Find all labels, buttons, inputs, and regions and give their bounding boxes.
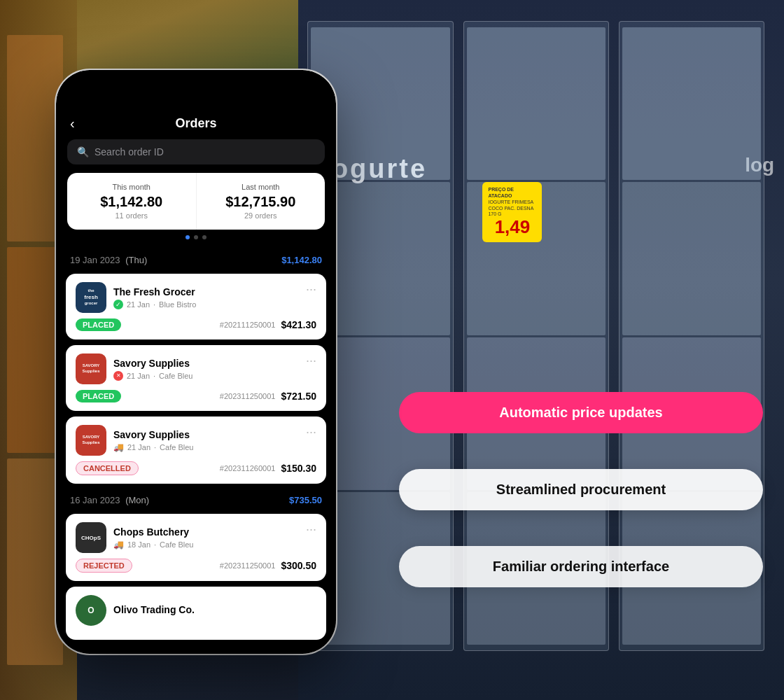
status-badge-2: PLACED <box>76 390 121 402</box>
dot-2 <box>194 235 198 239</box>
order-id-amount-1: #202111250001 $421.30 <box>220 319 316 330</box>
order-id-amount-3: #202311260001 $150.30 <box>220 463 316 474</box>
price-tag-value: 1,49 <box>488 216 536 238</box>
this-month-value: $1,142.80 <box>78 194 185 210</box>
merchant-name-3: Savory Supplies <box>113 429 316 440</box>
this-month-label: This month <box>78 183 185 191</box>
order-id-amount-4: #202311250001 $300.50 <box>220 560 316 571</box>
order-id-2: #202311250001 <box>220 392 276 400</box>
status-badge-3: CANCELLED <box>76 461 139 475</box>
carousel-dots <box>56 235 336 239</box>
last-month-count: 29 orders <box>208 211 314 220</box>
order-info-1: The Fresh Grocer ✓ 21 Jan · Blue Bistro <box>113 286 316 309</box>
screen-header: ‹ Orders <box>56 105 336 139</box>
screen-title: Orders <box>175 116 216 131</box>
order-card-2[interactable]: SAVORYSupplies Savory Supplies ✕ 21 Jan … <box>66 345 326 411</box>
search-icon: 🔍 <box>77 146 89 158</box>
order-id-3: #202311260001 <box>220 464 276 472</box>
order-amount-2: $721.50 <box>281 391 316 402</box>
order-info-4: Chops Butchery 🚚 18 Jan · Cafe Bleu <box>113 526 316 550</box>
overlay-streamlined: Streamlined procurement <box>399 469 763 510</box>
merchant-name-4: Chops Butchery <box>113 526 316 538</box>
status-badge-4: REJECTED <box>76 559 132 573</box>
status-badge-1: PLACED <box>76 318 121 331</box>
order-footer-2: PLACED #202311250001 $721.50 <box>76 390 316 402</box>
date-group-2: 16 Jan 2023 (Mon) $735.50 <box>56 489 336 511</box>
order-info-2: Savory Supplies ✕ 21 Jan · Cafe Bleu <box>113 358 316 381</box>
order-id-4: #202311250001 <box>220 561 276 570</box>
order-card-5[interactable]: O Olivo Trading Co. <box>66 587 326 640</box>
date-label-2: 16 Jan 2023 (Mon) <box>70 495 149 505</box>
date-total-2: $735.50 <box>289 495 322 505</box>
phone-mockup: ‹ Orders 🔍 Search order ID This month $1… <box>56 70 336 654</box>
logo-savory-2: SAVORYSupplies <box>76 425 106 456</box>
price-tag-header: PREÇO DE ATACADO <box>488 186 536 199</box>
status-icon-1: ✓ <box>113 300 123 309</box>
date-total-1: $1,142.80 <box>281 255 322 265</box>
overlay-automatic-price: Automatic price updates <box>399 392 763 433</box>
merchant-name-5: Olivo Trading Co. <box>113 604 316 615</box>
order-meta-2: ✕ 21 Jan · Cafe Bleu <box>113 371 316 381</box>
last-month-label: Last month <box>208 183 314 191</box>
order-footer-1: PLACED #202111250001 $421.30 <box>76 318 316 331</box>
last-month-value: $12,715.90 <box>208 194 314 210</box>
order-card-1[interactable]: thefreshgrocer The Fresh Grocer ✓ 21 Jan… <box>66 274 326 340</box>
truck-icon-4: 🚚 <box>113 540 124 550</box>
dot-1 <box>186 235 190 239</box>
x-icon: ✕ <box>116 372 121 379</box>
order-footer-4: REJECTED #202311250001 $300.50 <box>76 559 316 573</box>
more-options-2[interactable]: ··· <box>306 354 316 368</box>
logo-olivo: O <box>76 595 106 626</box>
more-options-3[interactable]: ··· <box>306 425 316 440</box>
status-icon-2: ✕ <box>113 371 123 381</box>
order-card-3[interactable]: SAVORYSupplies Savory Supplies 🚚 21 Jan … <box>66 416 326 484</box>
search-bar[interactable]: 🔍 Search order ID <box>67 139 325 164</box>
logo-fresh-grocer: thefreshgrocer <box>76 282 106 313</box>
merchant-name-2: Savory Supplies <box>113 358 316 369</box>
stats-card: This month $1,142.80 11 orders Last mont… <box>67 173 325 230</box>
order-info-5: Olivo Trading Co. <box>113 604 316 617</box>
order-meta-4: 🚚 18 Jan · Cafe Bleu <box>113 540 316 550</box>
order-meta-3: 🚚 21 Jan · Cafe Bleu <box>113 442 316 452</box>
order-card-4[interactable]: CHOpS Chops Butchery 🚚 18 Jan · Cafe Ble… <box>66 514 326 581</box>
logo-chops: CHOpS <box>76 522 106 553</box>
phone-notch <box>154 78 238 97</box>
order-amount-4: $300.50 <box>281 560 316 571</box>
merchant-name-1: The Fresh Grocer <box>113 286 316 298</box>
automatic-price-pill: Automatic price updates <box>399 392 763 433</box>
price-tag-weight: 170 G <box>488 211 536 216</box>
back-button[interactable]: ‹ <box>70 115 75 132</box>
more-options-4[interactable]: ··· <box>306 522 316 537</box>
order-amount-1: $421.30 <box>281 319 316 330</box>
search-input[interactable]: Search order ID <box>94 146 164 158</box>
stat-last-month: Last month $12,715.90 29 orders <box>196 173 326 230</box>
familiar-ordering-pill: Familiar ordering interface <box>399 546 763 587</box>
order-meta-1: ✓ 21 Jan · Blue Bistro <box>113 300 316 309</box>
streamlined-procurement-pill: Streamlined procurement <box>399 469 763 510</box>
stat-this-month: This month $1,142.80 11 orders <box>67 173 196 230</box>
overlay-familiar: Familiar ordering interface <box>399 546 763 587</box>
logo-savory-1: SAVORYSupplies <box>76 354 106 384</box>
truck-icon-3: 🚚 <box>113 442 124 452</box>
order-id-amount-2: #202311250001 $721.50 <box>220 391 316 402</box>
this-month-count: 11 orders <box>78 211 185 220</box>
dot-3 <box>202 235 206 239</box>
more-options-1[interactable]: ··· <box>306 282 316 297</box>
check-icon: ✓ <box>115 301 121 308</box>
order-footer-3: CANCELLED #202311260001 $150.30 <box>76 461 316 475</box>
price-tag-desc: IOGURTE FRIMESA COCO PAC. DESNA <box>488 199 536 211</box>
order-id-1: #202111250001 <box>220 321 276 329</box>
order-amount-3: $150.30 <box>281 463 316 474</box>
date-label-1: 19 Jan 2023 (Thu) <box>70 255 147 265</box>
order-info-3: Savory Supplies 🚚 21 Jan · Cafe Bleu <box>113 429 316 452</box>
date-group-1: 19 Jan 2023 (Thu) $1,142.80 <box>56 249 336 271</box>
